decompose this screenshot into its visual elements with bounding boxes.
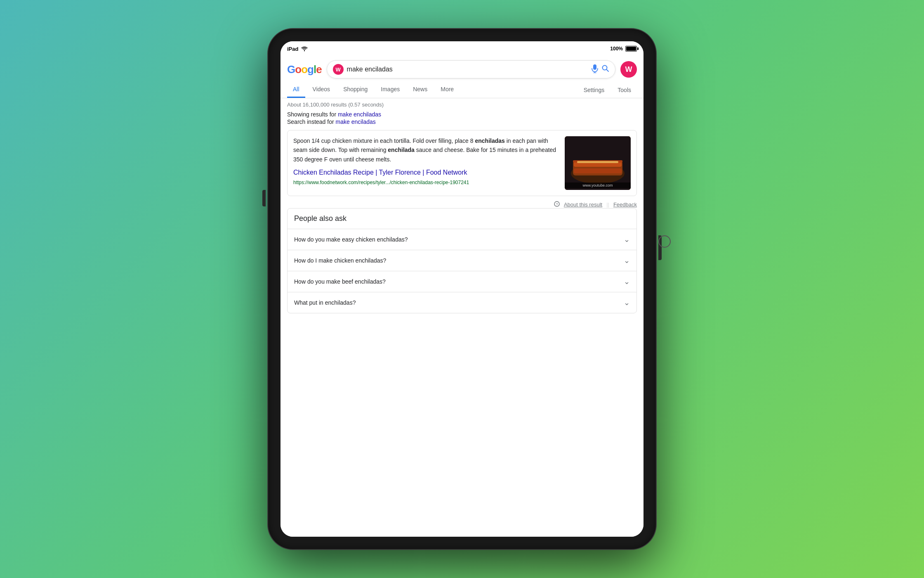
svg-rect-9 bbox=[574, 168, 622, 173]
feedback-link[interactable]: Feedback bbox=[613, 201, 637, 208]
tab-videos[interactable]: Videos bbox=[307, 82, 336, 98]
paa-item-1[interactable]: How do I make chicken enchiladas? ⌄ bbox=[288, 250, 636, 271]
search-results-area: About 16,100,000 results (0.57 seconds) … bbox=[280, 98, 644, 537]
tab-tools[interactable]: Tools bbox=[612, 83, 637, 97]
tab-images[interactable]: Images bbox=[375, 82, 405, 98]
user-profile-avatar[interactable]: W bbox=[620, 61, 637, 78]
wifi-icon bbox=[301, 46, 308, 52]
paa-heading: People also ask bbox=[288, 208, 636, 229]
battery-icon bbox=[625, 46, 637, 52]
showing-results-line: Showing results for make enchiladas bbox=[287, 111, 637, 118]
search-area: Google W make enciladas bbox=[280, 56, 644, 82]
svg-text:?: ? bbox=[556, 202, 558, 206]
search-instead-line: Search instead for make enciladas bbox=[287, 118, 637, 125]
tab-news[interactable]: News bbox=[407, 82, 433, 98]
search-bar[interactable]: W make enciladas bbox=[327, 60, 615, 78]
result-thumbnail: www.youtube.com bbox=[565, 136, 631, 190]
paa-question-1: How do I make chicken enchiladas? bbox=[294, 257, 386, 264]
paa-chevron-0: ⌄ bbox=[624, 235, 630, 244]
paa-question-0: How do you make easy chicken enchiladas? bbox=[294, 236, 408, 243]
search-query-display[interactable]: make enciladas bbox=[347, 66, 588, 73]
search-bar-avatar: W bbox=[333, 64, 344, 75]
microphone-icon[interactable] bbox=[591, 64, 599, 75]
volume-button[interactable] bbox=[262, 190, 266, 206]
paa-chevron-1: ⌄ bbox=[624, 256, 630, 265]
tab-settings[interactable]: Settings bbox=[578, 83, 610, 97]
result-snippet-area: Spoon 1/4 cup chicken mixture in each to… bbox=[293, 136, 559, 190]
status-bar: iPad 100% bbox=[280, 41, 644, 56]
device-model: iPad bbox=[287, 46, 298, 52]
feedback-separator: || bbox=[606, 201, 609, 208]
paa-chevron-3: ⌄ bbox=[624, 298, 630, 307]
paa-chevron-2: ⌄ bbox=[624, 277, 630, 286]
paa-item-2[interactable]: How do you make beef enchiladas? ⌄ bbox=[288, 271, 636, 292]
search-submit-icon[interactable] bbox=[602, 65, 609, 74]
results-count: About 16,100,000 results (0.57 seconds) bbox=[287, 102, 637, 108]
paa-question-2: How do you make beef enchiladas? bbox=[294, 278, 386, 285]
search-result-card: Spoon 1/4 cup chicken mixture in each to… bbox=[287, 130, 637, 196]
snippet-text-1: Spoon 1/4 cup chicken mixture in each to… bbox=[293, 137, 475, 144]
home-button[interactable] bbox=[658, 235, 662, 260]
svg-line-4 bbox=[606, 69, 608, 71]
ipad-device: iPad 100% Google bbox=[268, 29, 656, 549]
snippet-bold-2: enchilada bbox=[388, 147, 415, 153]
svg-rect-0 bbox=[593, 64, 596, 70]
ipad-screen: iPad 100% Google bbox=[280, 41, 644, 537]
snippet-bold-1: enchiladas bbox=[475, 137, 504, 144]
result-url: https://www.foodnetwork.com/recipes/tyle… bbox=[293, 179, 559, 187]
people-also-ask-box: People also ask How do you make easy chi… bbox=[287, 208, 637, 313]
result-title-link[interactable]: Chicken Enchiladas Recipe | Tyler Floren… bbox=[293, 167, 559, 178]
paa-question-3: What put in enchiladas? bbox=[294, 299, 356, 306]
tab-all[interactable]: All bbox=[287, 82, 305, 98]
svg-rect-11 bbox=[577, 161, 618, 163]
tab-shopping[interactable]: Shopping bbox=[337, 82, 373, 98]
paa-item-0[interactable]: How do you make easy chicken enchiladas?… bbox=[288, 229, 636, 250]
google-logo: Google bbox=[287, 63, 322, 76]
corrected-query-showing: make enchiladas bbox=[338, 111, 381, 118]
result-feedback-bar: ? About this result || Feedback bbox=[287, 201, 637, 208]
about-result-link[interactable]: About this result bbox=[564, 201, 602, 208]
about-result-icon: ? bbox=[554, 201, 560, 208]
tab-more[interactable]: More bbox=[435, 82, 460, 98]
image-source-label: www.youtube.com bbox=[565, 182, 631, 188]
battery-percentage: 100% bbox=[610, 46, 623, 52]
paa-item-3[interactable]: What put in enchiladas? ⌄ bbox=[288, 292, 636, 313]
search-instead-link[interactable]: make enciladas bbox=[336, 118, 376, 125]
search-tabs-bar: All Videos Shopping Images News More Set… bbox=[280, 82, 644, 98]
